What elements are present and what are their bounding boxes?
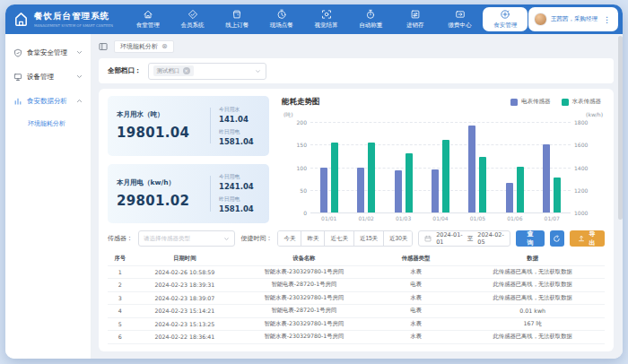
logo-icon [13,11,30,28]
date-separator: 至 [467,235,474,243]
weigh-icon [365,9,376,20]
nav-item-member[interactable]: 会员系统 [170,4,215,34]
header-nav: 食堂管理会员系统线上订餐现场点餐视觉结算自动称重进销存缴费中心食安管理 [126,4,528,34]
collapse-sidebar-icon[interactable] [99,42,108,51]
bar-水表传感器-01/02[interactable] [368,143,375,212]
bar-水表传感器-01/06[interactable] [517,167,524,213]
sidebar-item-food-safety-analysis[interactable]: 食安数据分析 [5,89,91,113]
table-filter-row: 传感器： 请选择传感器类型 便捷时间： 今天昨天近七天近15天近30天本月 [108,230,605,247]
electric-stat-value: 29801.02 [117,193,202,209]
bar-水表传感器-01/05[interactable] [479,157,486,212]
date-end[interactable]: 2024-02-05 [477,231,504,246]
water-stat-value: 19801.04 [117,125,202,141]
online-order-icon [231,9,242,20]
quick-range-button-0[interactable]: 今天 [278,231,301,246]
calendar-icon [424,235,432,242]
legend-swatch [562,99,569,106]
sidebar-item-device-mgmt[interactable]: 设备管理 [5,65,91,89]
close-icon[interactable]: ⊗ [161,43,168,50]
bar-电表传感器-01/06[interactable] [506,183,513,212]
chevron-down-icon [255,68,261,74]
column-header: 传感器类型 [371,255,461,263]
right-axis-tick: 1800 [574,119,603,126]
export-icon [578,235,585,242]
table-cell: 此传感器已离线，无法获取数据 [460,294,605,302]
chart-title: 能耗走势图 [282,97,320,108]
date-range-picker[interactable]: 2024-01-01 至 2024-02-05 [418,230,510,247]
app-title: 餐饮后台管理系统 [34,11,113,22]
table-cell: 智能水表-230329780-1号房间 [237,294,371,302]
table-cell: 2024-02-22 18:36:41 [133,334,237,340]
nav-label: 食堂管理 [136,22,160,30]
quick-range-button-4[interactable]: 近30天 [383,231,413,246]
date-start[interactable]: 2024-01-01 [436,231,463,246]
table-cell: 2024-02-23 15:14:21 [133,308,237,314]
app-window: 餐饮后台管理系统 MANAGEMENT SYSTEM OF SMART CANT… [5,4,623,359]
legend-item-1[interactable]: 水表传感器 [562,98,602,106]
legend-item-0[interactable]: 电表传感器 [510,98,551,106]
left-axis-tick: 50 [283,186,307,193]
bar-电表传感器-01/02[interactable] [357,168,364,213]
table-cell: 2 [108,282,133,288]
nav-item-inventory[interactable]: 进销存 [393,4,438,34]
quick-range-button-1[interactable]: 昨天 [301,231,324,246]
table-cell: 3 [108,295,133,301]
bar-电表传感器-01/01[interactable] [320,168,327,213]
export-button[interactable]: 导出 [570,230,605,247]
left-axis-tick: 150 [283,142,307,148]
app-subtitle: MANAGEMENT SYSTEM OF SMART CANTEEN [34,23,113,28]
table-header-row: 序号日期时间设备名称传感器类型数据 [108,253,605,266]
nav-item-canteen[interactable]: 食堂管理 [126,4,170,34]
stats-column: 本月用水（吨） 19801.04 今日用水 141.04 昨日用电 [108,96,269,223]
column-header: 数据 [460,255,605,263]
tab-env-energy[interactable]: 环境能耗分析 ⊗ [114,40,174,53]
nav-label: 自动称重 [359,22,382,30]
table-cell: 2024-02-23 15:13:25 [133,321,237,327]
bar-水表传感器-01/03[interactable] [406,153,413,212]
bar-电表传感器-01/05[interactable] [468,126,475,212]
table-cell: 智能电表-28720-1号房间 [237,307,371,315]
stall-select[interactable]: 测试档口 × [148,63,266,80]
refresh-icon [553,235,561,243]
table-cell: 1 [108,269,133,275]
x-axis-label: 01/06 [496,212,533,223]
sidebar-item-label: 设备管理 [27,73,54,82]
sidebar-item-canteen-safety[interactable]: 食堂安全管理 [5,40,91,65]
nav-item-onsite-order[interactable]: 现场点餐 [259,4,304,34]
user-menu[interactable]: 王茜茜，采购经理 ⋮ [528,7,618,31]
more-dots-icon[interactable]: ⋮ [601,15,613,24]
bar-group-01/03 [385,122,422,212]
bar-水表传感器-01/01[interactable] [331,143,338,212]
bar-水表传感器-01/07[interactable] [554,178,561,212]
table-cell: 电表 [371,307,461,315]
bar-水表传感器-01/04[interactable] [442,140,449,212]
nav-item-online-order[interactable]: 线上订餐 [214,4,259,34]
bar-电表传感器-01/07[interactable] [543,144,550,212]
chevron-up-icon [76,98,83,104]
bar-group-01/07 [534,122,571,212]
table-cell: 智能水表-230329780-1号房间 [237,333,371,341]
bar-group-01/06 [496,122,533,212]
table-cell: 智能电表-28720-1号房间 [237,281,371,289]
table-cell: 智能水表-230329780-1号房间 [237,268,371,276]
quick-range-button-3[interactable]: 近15天 [353,231,383,246]
table-row: 42024-02-23 15:14:21智能电表-28720-1号房间电表0.0… [108,305,605,318]
sensor-type-select[interactable]: 请选择传感器类型 [138,230,235,247]
nav-label: 会员系统 [181,22,205,30]
nav-item-auto-weigh[interactable]: 自动称重 [348,4,393,34]
column-header: 设备名称 [237,255,371,263]
nav-item-payment-center[interactable]: 缴费中心 [438,4,483,34]
bar-groups [310,122,571,212]
sidebar-subitem-env-energy[interactable]: 环境能耗分析 [5,113,91,134]
bar-电表传感器-01/04[interactable] [432,169,439,212]
scrollbar-track[interactable] [618,36,623,357]
nav-item-vision-settle[interactable]: 视觉结算 [304,4,349,34]
search-button[interactable]: 查询 [516,230,545,247]
clear-icon[interactable]: × [183,67,190,74]
table-cell: 水表 [371,320,461,328]
scrollbar-thumb[interactable] [618,36,623,220]
bar-电表传感器-01/03[interactable] [395,170,402,212]
refresh-button[interactable] [550,230,564,247]
quick-range-button-2[interactable]: 近七天 [324,231,353,246]
nav-item-food-safety[interactable]: 食安管理 [483,7,528,31]
